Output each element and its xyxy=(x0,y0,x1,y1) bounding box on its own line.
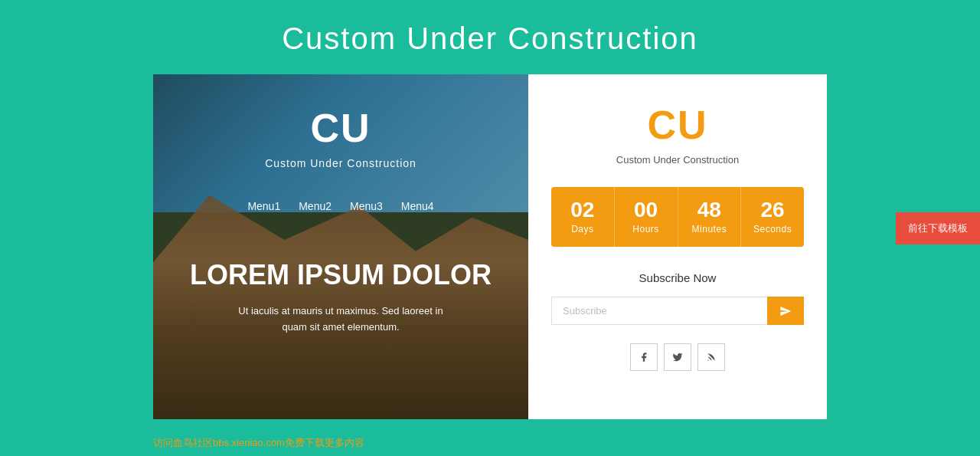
left-subtitle: Custom Under Construction xyxy=(265,157,416,169)
rss-icon xyxy=(706,352,717,363)
main-container: CU Custom Under Construction Menu1 Menu2… xyxy=(0,74,980,419)
subscribe-button[interactable] xyxy=(767,297,804,325)
hours-value: 00 xyxy=(634,199,658,221)
countdown-days: 02 Days xyxy=(551,187,615,247)
left-body-text: Ut iaculis at mauris ut maximus. Sed lao… xyxy=(226,303,456,336)
send-icon xyxy=(779,305,792,317)
right-logo: CU xyxy=(647,102,707,148)
hours-label: Hours xyxy=(632,224,659,235)
left-panel-content: CU Custom Under Construction Menu1 Menu2… xyxy=(153,74,528,419)
twitter-button[interactable] xyxy=(664,343,691,371)
svg-point-0 xyxy=(707,360,708,361)
nav-item-menu2[interactable]: Menu2 xyxy=(299,200,332,212)
facebook-icon xyxy=(639,352,649,363)
minutes-value: 48 xyxy=(697,199,721,221)
days-label: Days xyxy=(571,224,593,235)
subscribe-title: Subscribe Now xyxy=(639,271,717,284)
countdown-timer: 02 Days 00 Hours 48 Minutes 26 Seconds xyxy=(551,187,804,247)
left-logo: CU xyxy=(310,105,371,151)
social-links xyxy=(630,343,725,371)
seconds-value: 26 xyxy=(761,199,785,221)
right-panel: CU Custom Under Construction 02 Days 00 … xyxy=(528,74,827,419)
nav-item-menu3[interactable]: Menu3 xyxy=(350,200,383,212)
minutes-label: Minutes xyxy=(692,224,727,235)
twitter-icon xyxy=(672,352,683,363)
subscribe-form xyxy=(551,297,804,325)
countdown-minutes: 48 Minutes xyxy=(678,187,742,247)
countdown-hours: 00 Hours xyxy=(615,187,678,247)
seconds-label: Seconds xyxy=(753,224,792,235)
nav-item-menu4[interactable]: Menu4 xyxy=(401,200,434,212)
countdown-seconds: 26 Seconds xyxy=(741,187,804,247)
left-nav: Menu1 Menu2 Menu3 Menu4 xyxy=(247,200,433,212)
days-value: 02 xyxy=(570,199,594,221)
left-panel: CU Custom Under Construction Menu1 Menu2… xyxy=(153,74,528,419)
facebook-button[interactable] xyxy=(630,343,658,371)
nav-item-menu1[interactable]: Menu1 xyxy=(247,200,280,212)
rss-button[interactable] xyxy=(697,343,725,371)
right-subtitle: Custom Under Construction xyxy=(616,154,739,166)
subscribe-input[interactable] xyxy=(551,297,767,325)
left-headline: LOREM IPSUM DOLOR xyxy=(190,258,492,291)
page-title: Custom Under Construction xyxy=(0,21,980,56)
download-button[interactable]: 前往下载模板 xyxy=(896,212,980,244)
watermark: 访问血鸟社区bbs.xieniao.com免费下载更多内容 xyxy=(0,436,980,450)
page-header: Custom Under Construction xyxy=(0,0,980,74)
